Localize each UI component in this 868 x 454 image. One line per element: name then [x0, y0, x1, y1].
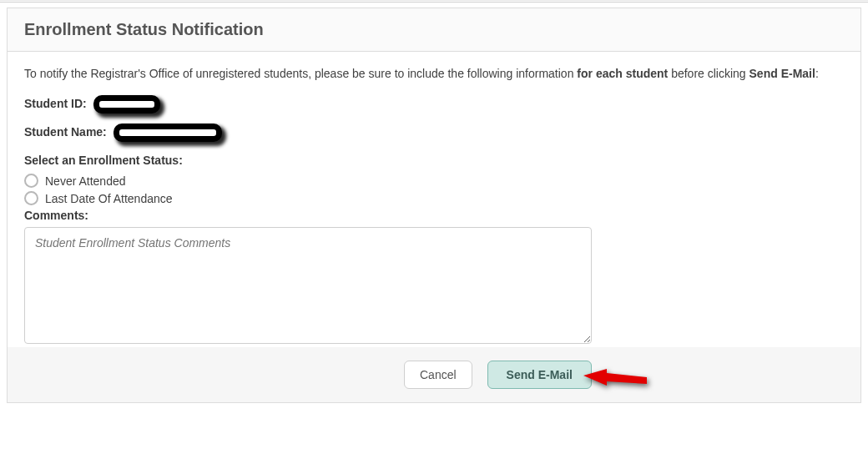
cancel-button[interactable]: Cancel	[404, 361, 472, 389]
svg-marker-0	[583, 369, 647, 386]
student-id-redacted	[93, 95, 160, 114]
page-title: Enrollment Status Notification	[24, 20, 844, 39]
radio-icon	[24, 191, 38, 205]
radio-icon	[24, 174, 38, 188]
enrollment-status-label: Select an Enrollment Status:	[24, 154, 844, 167]
radio-never-attended[interactable]: Never Attended	[24, 174, 844, 188]
student-name-label: Student Name:	[24, 125, 107, 139]
annotation-arrow-icon	[583, 366, 650, 395]
send-email-button[interactable]: Send E-Mail	[487, 361, 592, 389]
student-id-label: Student ID:	[24, 97, 87, 110]
panel-header: Enrollment Status Notification	[8, 8, 860, 52]
comments-label: Comments:	[24, 209, 844, 222]
panel-footer: Cancel Send E-Mail	[8, 347, 860, 402]
intro-text: To notify the Registrar's Office of unre…	[24, 67, 844, 80]
radio-label: Never Attended	[45, 174, 126, 188]
enrollment-notification-panel: Enrollment Status Notification To notify…	[7, 8, 861, 403]
radio-last-date-attendance[interactable]: Last Date Of Attendance	[24, 191, 844, 205]
comments-textarea[interactable]	[24, 227, 592, 344]
student-name-redacted	[114, 124, 222, 142]
radio-label: Last Date Of Attendance	[45, 192, 173, 205]
